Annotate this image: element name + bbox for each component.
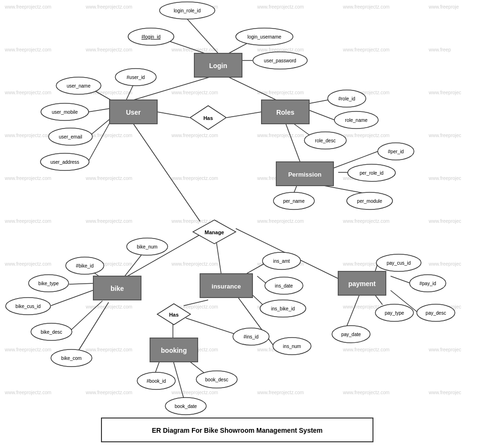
svg-text:www.freeprojectz.com: www.freeprojectz.com xyxy=(4,4,51,10)
svg-text:www.freeprojectz.com: www.freeprojectz.com xyxy=(342,347,390,352)
svg-text:www.freeprojectz.com: www.freeprojectz.com xyxy=(85,390,132,395)
attr-per-name-label: per_name xyxy=(283,199,304,204)
entity-roles-label: Roles xyxy=(276,109,294,116)
svg-text:www.freeprojectz.com: www.freeprojectz.com xyxy=(85,347,132,352)
attr-ins-num-label: ins_num xyxy=(283,344,301,349)
attr-role-name-label: role_name xyxy=(345,118,368,123)
svg-text:www.freeprojectz.com: www.freeprojectz.com xyxy=(257,4,304,10)
svg-text:www.freeprojectz.com: www.freeprojectz.com xyxy=(171,133,218,138)
attr-pay-desc-label: pay_desc xyxy=(426,310,446,316)
attr-user-name-label: user_name xyxy=(67,83,91,89)
entity-login-label: Login xyxy=(209,62,227,70)
svg-text:www.freeprojectz.com: www.freeprojectz.com xyxy=(85,176,132,181)
attr-ins-amt-label: ins_amt xyxy=(273,259,290,264)
svg-text:www.freeprojectz.com: www.freeprojectz.com xyxy=(4,90,51,95)
svg-text:www.freeprojectz.com: www.freeprojectz.com xyxy=(257,390,304,395)
relation-manage-label: Manage xyxy=(205,229,224,235)
svg-text:www.freeprojectz.com: www.freeprojectz.com xyxy=(85,4,132,10)
attr-per-module-label: per_module xyxy=(357,199,382,204)
svg-text:www.freeprojec: www.freeprojec xyxy=(428,390,461,395)
relation-has1-label: Has xyxy=(203,115,213,121)
svg-line-78 xyxy=(294,186,297,193)
attr-user-email-label: user_email xyxy=(59,134,82,139)
svg-text:www.freeprojectz.com: www.freeprojectz.com xyxy=(342,133,390,138)
svg-text:www.freeprojec: www.freeprojec xyxy=(428,133,461,138)
attr-bike-desc-label: bike_desc xyxy=(40,329,62,335)
attr-bike-id-label: #bike_id xyxy=(76,263,93,269)
svg-text:www.freeprojectz.com: www.freeprojectz.com xyxy=(85,304,132,309)
svg-text:www.freeprojectz.com: www.freeprojectz.com xyxy=(342,47,390,52)
svg-line-88 xyxy=(51,289,95,306)
attr-user-address-label: user_address xyxy=(50,159,80,165)
svg-text:www.freeprojectz.com: www.freeprojectz.com xyxy=(342,219,390,224)
svg-text:www.freeprojectz.com: www.freeprojectz.com xyxy=(4,390,51,395)
attr-ins-date-label: ins_date xyxy=(275,283,293,289)
attr-book-id-label: #book_id xyxy=(147,378,166,384)
attr-book-desc-label: book_desc xyxy=(205,377,228,382)
svg-text:www.freeprojectz.com: www.freeprojectz.com xyxy=(85,47,132,52)
attr-bike-com-label: bike_com xyxy=(61,356,82,361)
svg-line-72 xyxy=(227,112,262,118)
svg-line-80 xyxy=(286,124,300,162)
svg-text:www.freeproje: www.freeproje xyxy=(428,4,459,10)
svg-line-71 xyxy=(157,112,190,118)
svg-text:www.freeprojectz.com: www.freeprojectz.com xyxy=(4,219,51,224)
svg-line-87 xyxy=(69,283,95,284)
svg-text:www.freeprojectz.com: www.freeprojectz.com xyxy=(257,133,304,138)
svg-line-81 xyxy=(133,124,200,221)
entity-user-label: User xyxy=(126,109,141,116)
svg-line-74 xyxy=(307,110,336,120)
attr-per-id-label: #per_id xyxy=(388,149,403,154)
svg-text:www.freeprojectz.com: www.freeprojectz.com xyxy=(4,347,51,352)
attr-ins-bike-id-label: ins_bike_id xyxy=(271,306,295,311)
attr-role-desc-label: role_desc xyxy=(315,138,335,143)
svg-text:www.freeprojectz.com: www.freeprojectz.com xyxy=(257,219,304,224)
attr-bike-type-label: bike_type xyxy=(39,281,59,286)
svg-text:www.freeprojectz.com: www.freeprojectz.com xyxy=(342,4,390,10)
svg-text:www.freeprojec: www.freeprojec xyxy=(428,261,461,267)
svg-text:www.freeprojec: www.freeprojec xyxy=(428,219,461,224)
attr-pay-cus-id-label: pay_cus_id xyxy=(387,260,411,266)
svg-text:www.freeprojectz.com: www.freeprojectz.com xyxy=(4,133,51,138)
entity-bike-label: bike xyxy=(111,285,124,292)
svg-text:www.freeprojectz.com: www.freeprojectz.com xyxy=(4,176,51,181)
svg-text:www.freeprojectz.com: www.freeprojectz.com xyxy=(342,390,390,395)
svg-text:www.freeprojec: www.freeprojec xyxy=(428,90,461,95)
svg-text:www.freeprojectz.com: www.freeprojectz.com xyxy=(4,261,51,267)
entity-insurance-label: insurance xyxy=(211,283,241,290)
svg-text:www.freeprojec: www.freeprojec xyxy=(428,347,461,352)
caption-text: ER Diagram For Bike Showroom Management … xyxy=(152,427,323,434)
attr-user-id-label: #user_id xyxy=(127,75,145,80)
entity-booking-label: booking xyxy=(161,347,187,354)
entity-permission-label: Permission xyxy=(288,171,322,178)
svg-text:www.freeprojectz.com: www.freeprojectz.com xyxy=(85,219,132,224)
attr-pay-date-label: pay_date xyxy=(341,332,361,337)
svg-line-79 xyxy=(324,186,362,193)
svg-text:www.freeprojectz.com: www.freeprojectz.com xyxy=(257,90,304,95)
entity-payment-label: payment xyxy=(348,280,376,288)
attr-bike-num-label: bike_num xyxy=(137,244,157,249)
attr-bike-cus-id-label: bike_cus_id xyxy=(16,304,41,309)
svg-text:www.freeprojec: www.freeprojec xyxy=(428,176,461,181)
attr-ins-id-label: #ins_id xyxy=(243,334,259,339)
attr-login-id-label: #login_id xyxy=(141,34,161,40)
attr-pay-id-label: #pay_id xyxy=(419,281,436,286)
attr-pay-type-label: pay_type xyxy=(385,310,404,316)
svg-text:www.freeprojectz.com: www.freeprojectz.com xyxy=(171,390,218,395)
svg-line-102 xyxy=(391,276,411,283)
svg-line-68 xyxy=(89,109,110,112)
svg-line-65 xyxy=(229,77,276,100)
svg-text:www.freeprojectz.com: www.freeprojectz.com xyxy=(4,47,51,52)
svg-line-105 xyxy=(347,294,360,326)
attr-per-role-id-label: per_role_id xyxy=(360,170,383,176)
attr-login-username-label: login_username xyxy=(247,34,282,40)
svg-text:www.freep: www.freep xyxy=(428,47,451,52)
svg-text:www.freeprojectz.com: www.freeprojectz.com xyxy=(171,90,218,95)
svg-text:www.freeprojectz.com: www.freeprojectz.com xyxy=(171,176,218,181)
attr-book-date-label: book_date xyxy=(175,404,197,409)
svg-text:www.freeprojectz.com: www.freeprojectz.com xyxy=(171,261,218,267)
attr-login-role-id-label: login_role_id xyxy=(174,8,201,13)
attr-user-mobile-label: user_mobile xyxy=(52,110,78,115)
attr-user-password-label: user_password xyxy=(264,58,296,63)
relation-has2-label: Has xyxy=(169,312,179,318)
